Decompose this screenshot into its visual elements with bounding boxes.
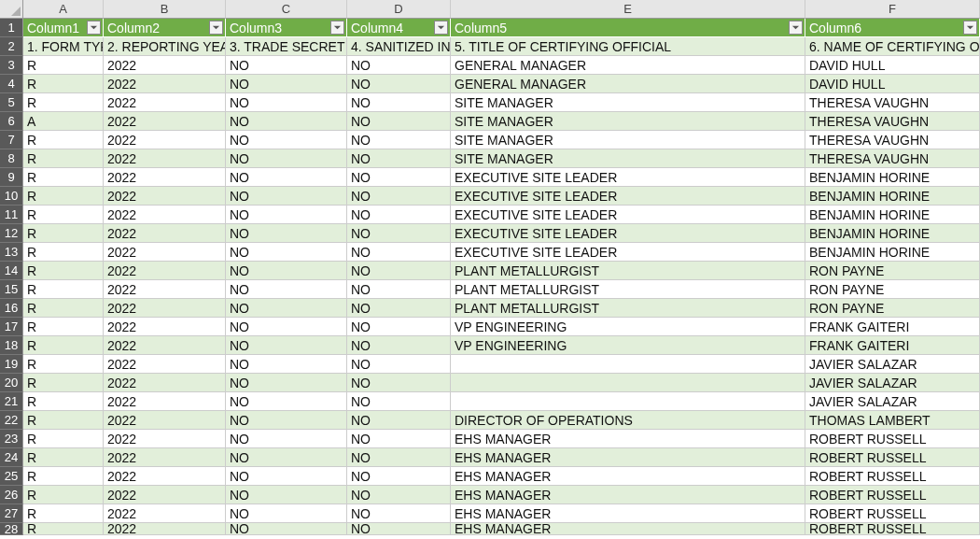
table-cell[interactable]: DAVID HULL xyxy=(805,56,980,75)
table-cell[interactable]: GENERAL MANAGER xyxy=(451,75,805,93)
table-cell[interactable]: EXECUTIVE SITE LEADER xyxy=(451,224,805,243)
table-cell[interactable]: NO xyxy=(347,262,451,280)
table-cell[interactable]: R xyxy=(23,523,104,535)
row-header[interactable]: 12 xyxy=(0,224,23,243)
row-header[interactable]: 20 xyxy=(0,374,23,392)
table-cell[interactable]: 2022 xyxy=(104,448,226,467)
table-cell[interactable]: 2022 xyxy=(104,392,226,411)
table-cell[interactable]: RON PAYNE xyxy=(805,262,980,280)
table-cell[interactable]: R xyxy=(23,280,104,299)
table-cell[interactable]: 3. TRADE SECRET IND xyxy=(226,37,347,56)
table-cell[interactable]: 2022 xyxy=(104,206,226,224)
table-cell[interactable]: NO xyxy=(226,411,347,430)
table-cell[interactable]: BENJAMIN HORINE xyxy=(805,168,980,187)
table-cell[interactable]: 2022 xyxy=(104,112,226,131)
table-cell[interactable]: PLANT METALLURGIST xyxy=(451,262,805,280)
table-cell[interactable]: NO xyxy=(347,187,451,206)
table-cell[interactable]: 2022 xyxy=(104,336,226,355)
table-cell[interactable]: EHS MANAGER xyxy=(451,486,805,504)
table-cell[interactable] xyxy=(451,355,805,374)
table-cell[interactable]: EHS MANAGER xyxy=(451,430,805,448)
table-cell[interactable]: JAVIER SALAZAR xyxy=(805,355,980,374)
table-cell[interactable]: NO xyxy=(226,243,347,262)
table-cell[interactable]: R xyxy=(23,392,104,411)
table-cell[interactable]: 2022 xyxy=(104,224,226,243)
table-cell[interactable]: NO xyxy=(347,430,451,448)
row-header[interactable]: 2 xyxy=(0,37,23,56)
table-cell[interactable]: NO xyxy=(226,224,347,243)
table-cell[interactable]: SITE MANAGER xyxy=(451,112,805,131)
table-cell[interactable]: RON PAYNE xyxy=(805,280,980,299)
table-cell[interactable]: SITE MANAGER xyxy=(451,93,805,112)
table-cell[interactable]: NO xyxy=(226,187,347,206)
table-cell[interactable]: THOMAS LAMBERT xyxy=(805,411,980,430)
table-cell[interactable]: EXECUTIVE SITE LEADER xyxy=(451,206,805,224)
row-header[interactable]: 22 xyxy=(0,411,23,430)
table-cell[interactable]: 2022 xyxy=(104,411,226,430)
table-cell[interactable]: R xyxy=(23,504,104,523)
row-header[interactable]: 24 xyxy=(0,448,23,467)
table-cell[interactable]: NO xyxy=(226,112,347,131)
table-cell[interactable]: NO xyxy=(226,392,347,411)
filter-dropdown-icon[interactable] xyxy=(209,21,223,35)
table-cell[interactable]: 2022 xyxy=(104,467,226,486)
table-cell[interactable]: R xyxy=(23,149,104,168)
table-cell[interactable]: R xyxy=(23,355,104,374)
table-cell[interactable]: EHS MANAGER xyxy=(451,448,805,467)
table-cell[interactable]: NO xyxy=(226,299,347,318)
filter-dropdown-icon[interactable] xyxy=(87,21,101,35)
table-cell[interactable]: R xyxy=(23,430,104,448)
table-cell[interactable]: NO xyxy=(226,374,347,392)
table-cell[interactable]: NO xyxy=(226,523,347,535)
table-cell[interactable]: NO xyxy=(226,280,347,299)
table-cell[interactable]: NO xyxy=(226,318,347,336)
row-header[interactable]: 3 xyxy=(0,56,23,75)
table-cell[interactable]: A xyxy=(23,112,104,131)
table-cell[interactable]: DIRECTOR OF OPERATIONS xyxy=(451,411,805,430)
filter-dropdown-icon[interactable] xyxy=(789,21,803,35)
table-cell[interactable]: ROBERT RUSSELL xyxy=(805,486,980,504)
table-cell[interactable]: R xyxy=(23,187,104,206)
row-header[interactable]: 17 xyxy=(0,318,23,336)
table-cell[interactable]: FRANK GAITERI xyxy=(805,318,980,336)
table-cell[interactable]: NO xyxy=(226,131,347,149)
row-header[interactable]: 15 xyxy=(0,280,23,299)
row-header[interactable]: 4 xyxy=(0,75,23,93)
table-cell[interactable]: 2022 xyxy=(104,149,226,168)
table-cell[interactable]: 2022 xyxy=(104,280,226,299)
row-header[interactable]: 8 xyxy=(0,149,23,168)
row-header[interactable]: 16 xyxy=(0,299,23,318)
table-cell[interactable]: 2022 xyxy=(104,486,226,504)
row-header[interactable]: 5 xyxy=(0,93,23,112)
row-header[interactable]: 28 xyxy=(0,523,23,535)
table-cell[interactable]: ROBERT RUSSELL xyxy=(805,448,980,467)
table-cell[interactable]: 2022 xyxy=(104,93,226,112)
table-cell[interactable]: R xyxy=(23,262,104,280)
row-header[interactable]: 1 xyxy=(0,19,23,37)
table-cell[interactable]: 4. SANITIZED IND xyxy=(347,37,451,56)
table-cell[interactable]: NO xyxy=(226,262,347,280)
table-cell[interactable]: SITE MANAGER xyxy=(451,131,805,149)
row-header[interactable]: 27 xyxy=(0,504,23,523)
table-header-cell[interactable]: Column5 xyxy=(451,19,805,37)
table-cell[interactable]: 2022 xyxy=(104,318,226,336)
table-cell[interactable]: NO xyxy=(347,355,451,374)
column-header[interactable]: C xyxy=(226,0,347,19)
table-cell[interactable]: 2. REPORTING YEAR xyxy=(104,37,226,56)
table-cell[interactable]: R xyxy=(23,467,104,486)
table-cell[interactable]: THERESA VAUGHN xyxy=(805,93,980,112)
table-cell[interactable]: 5. TITLE OF CERTIFYING OFFICIAL xyxy=(451,37,805,56)
table-cell[interactable]: 2022 xyxy=(104,131,226,149)
table-cell[interactable]: NO xyxy=(347,224,451,243)
table-cell[interactable]: 2022 xyxy=(104,168,226,187)
table-cell[interactable]: BENJAMIN HORINE xyxy=(805,206,980,224)
table-cell[interactable]: NO xyxy=(347,467,451,486)
table-header-cell[interactable]: Column6 xyxy=(805,19,980,37)
table-cell[interactable]: R xyxy=(23,168,104,187)
table-cell[interactable]: 2022 xyxy=(104,299,226,318)
table-cell[interactable]: JAVIER SALAZAR xyxy=(805,392,980,411)
table-cell[interactable]: NO xyxy=(347,392,451,411)
table-cell[interactable]: PLANT METALLURGIST xyxy=(451,299,805,318)
table-cell[interactable]: NO xyxy=(347,75,451,93)
table-cell[interactable]: 2022 xyxy=(104,187,226,206)
